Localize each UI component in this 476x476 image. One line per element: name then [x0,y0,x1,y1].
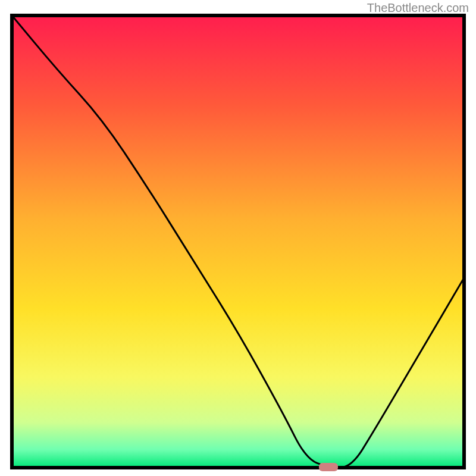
plot-background [12,15,464,468]
chart-container: TheBottleneck.com [0,0,476,476]
optimal-marker [319,463,338,471]
chart-svg [0,0,476,476]
watermark-text: TheBottleneck.com [367,1,469,15]
